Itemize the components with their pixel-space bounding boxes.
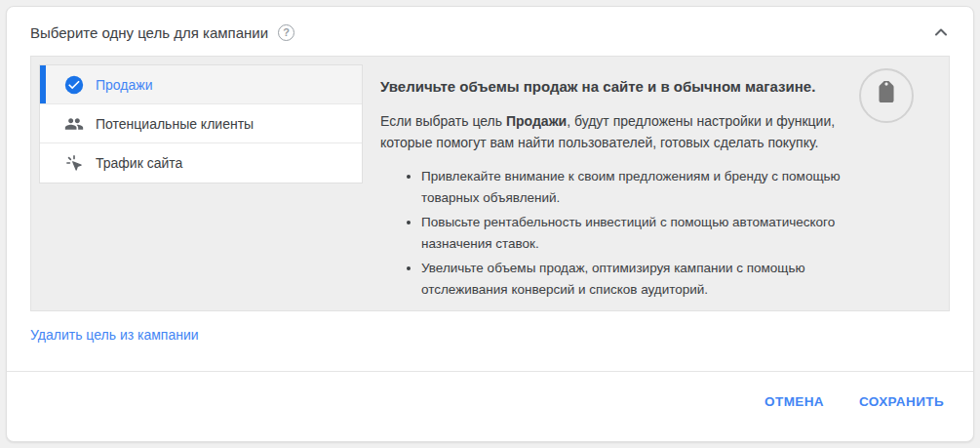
- selected-indicator-bar: [40, 65, 46, 103]
- remove-goal-link[interactable]: Удалить цель из кампании: [30, 327, 199, 343]
- goal-item-label: Продажи: [96, 77, 152, 93]
- goal-item-label: Трафик сайта: [96, 155, 182, 171]
- click-cursor-icon: [64, 153, 84, 173]
- goal-type-badge: [859, 68, 914, 123]
- people-icon: [64, 114, 84, 134]
- campaign-goal-dialog: Выберите одну цель для кампании ? Продаж…: [6, 6, 974, 442]
- goal-list: Продажи Потенциальные клиенты: [39, 64, 363, 183]
- goal-item-leads[interactable]: Потенциальные клиенты: [40, 104, 362, 143]
- chevron-up-icon: [934, 23, 948, 41]
- dialog-footer: ОТМЕНА СОХРАНИТЬ: [7, 372, 973, 409]
- dialog-header: Выберите одну цель для кампании ?: [7, 7, 973, 56]
- cancel-button[interactable]: ОТМЕНА: [764, 394, 824, 409]
- goal-item-website-traffic[interactable]: Трафик сайта: [40, 143, 362, 183]
- tag-icon: [874, 81, 899, 110]
- goal-detail-title: Увеличьте объемы продаж на сайте и в обы…: [380, 78, 850, 95]
- dialog-title: Выберите одну цель для кампании: [30, 24, 268, 41]
- save-button[interactable]: СОХРАНИТЬ: [859, 394, 944, 409]
- goal-item-sales[interactable]: Продажи: [40, 65, 362, 104]
- collapse-section-button[interactable]: [930, 20, 952, 45]
- list-item: Увеличьте объемы продаж, оптимизируя кам…: [421, 258, 846, 301]
- goal-benefits-list: Привлекайте внимание к своим предложения…: [380, 166, 846, 301]
- description-text: Если выбрать цель: [380, 113, 506, 129]
- goal-panel: Продажи Потенциальные клиенты: [30, 56, 950, 311]
- description-bold-text: Продажи: [506, 113, 567, 129]
- help-icon[interactable]: ?: [278, 24, 294, 41]
- goal-item-label: Потенциальные клиенты: [96, 116, 254, 132]
- list-item: Повысьте рентабельность инвестиций с пом…: [421, 212, 846, 255]
- check-circle-icon: [64, 75, 84, 95]
- list-item: Привлекайте внимание к своим предложения…: [421, 166, 846, 209]
- remove-goal-row: Удалить цель из кампании: [7, 311, 973, 344]
- goal-detail-description: Если выбрать цель Продажи, будут предлож…: [380, 110, 839, 153]
- goal-detail: Увеличьте объемы продаж на сайте и в обы…: [380, 78, 850, 304]
